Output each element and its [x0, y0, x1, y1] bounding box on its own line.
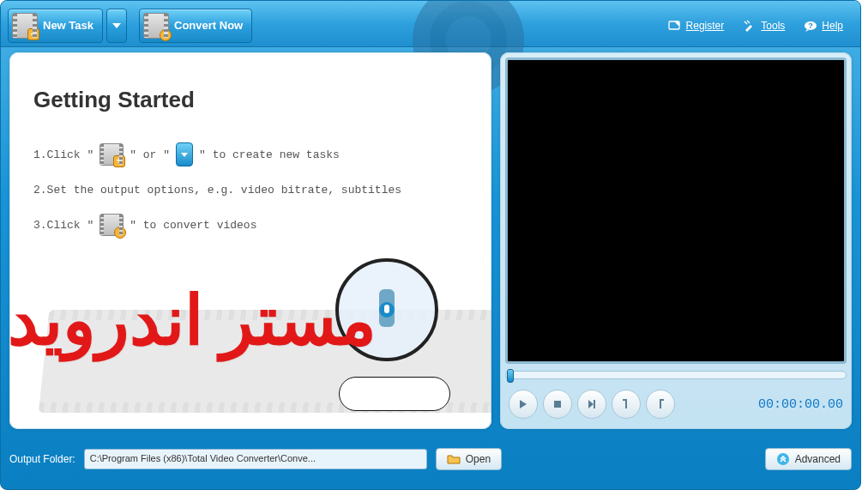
- filmstrip-decoration: [39, 310, 491, 413]
- convert-now-button[interactable]: Convert Now: [139, 9, 252, 43]
- svg-rect-4: [594, 400, 595, 408]
- film-add-icon: +: [12, 13, 38, 39]
- video-preview[interactable]: [505, 57, 847, 364]
- tools-link[interactable]: Tools: [743, 19, 785, 33]
- film-convert-icon: [99, 214, 124, 236]
- dropdown-icon: [176, 142, 193, 166]
- step-2: 2.Set the output options, e.g. video bit…: [33, 184, 467, 197]
- new-task-dropdown[interactable]: [106, 9, 127, 43]
- svg-rect-5: [625, 400, 627, 408]
- film-convert-icon: [143, 13, 169, 39]
- film-add-icon: +: [99, 143, 124, 166]
- new-task-label: New Task: [43, 19, 93, 32]
- new-task-button[interactable]: + New Task: [8, 9, 103, 43]
- register-link[interactable]: Register: [668, 19, 725, 33]
- advanced-icon: [776, 452, 790, 466]
- folder-open-icon: [447, 452, 461, 466]
- seek-thumb[interactable]: [507, 369, 514, 383]
- getting-started-title: Getting Started: [33, 87, 467, 113]
- play-button[interactable]: [509, 390, 538, 419]
- timecode-display: 00:00:00.00: [684, 397, 843, 412]
- register-icon: [668, 19, 682, 33]
- svg-rect-8: [660, 399, 664, 401]
- getting-started-panel: Getting Started 1.Click " + " or " " to …: [9, 52, 491, 429]
- svg-rect-6: [623, 399, 627, 401]
- svg-rect-3: [554, 401, 561, 408]
- help-icon: ?: [804, 19, 817, 33]
- output-folder-label: Output Folder:: [9, 453, 75, 465]
- stop-button[interactable]: [543, 390, 572, 419]
- svg-text:?: ?: [809, 21, 814, 30]
- svg-rect-7: [660, 400, 661, 408]
- open-folder-button[interactable]: Open: [436, 448, 502, 470]
- preview-panel: 00:00:00.00: [500, 52, 852, 429]
- convert-now-label: Convert Now: [174, 19, 243, 32]
- mark-out-button[interactable]: [646, 390, 675, 419]
- top-toolbar: + New Task Convert Now Register Tools: [1, 1, 860, 47]
- footer-bar: Output Folder: C:\Program Files (x86)\To…: [9, 441, 852, 477]
- step-3: 3.Click " " to convert videos: [33, 214, 467, 236]
- advanced-button[interactable]: Advanced: [765, 448, 852, 470]
- next-button[interactable]: [577, 390, 606, 419]
- mark-in-button[interactable]: [612, 390, 641, 419]
- output-folder-path[interactable]: C:\Program Files (x86)\Total Video Conve…: [84, 449, 427, 469]
- step-1: 1.Click " + " or " " to create new tasks: [33, 142, 467, 166]
- tools-icon: [743, 19, 756, 33]
- seek-bar[interactable]: [505, 371, 847, 379]
- help-link[interactable]: ? Help: [804, 19, 843, 33]
